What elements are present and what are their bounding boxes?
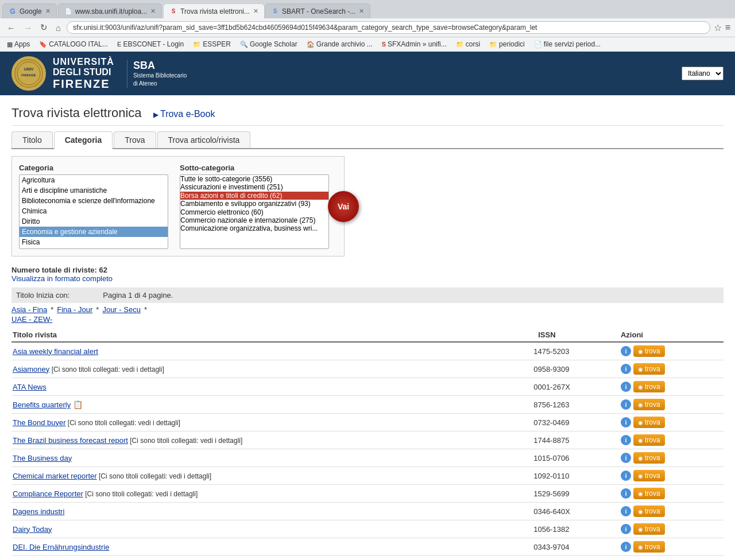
journal-link[interactable]: The Bond buyer — [13, 418, 66, 427]
cat-biblioteconomia[interactable]: Biblioteconomia e scienze dell'informazi… — [20, 196, 168, 206]
tab-close-sba[interactable]: ✕ — [150, 7, 156, 15]
tab-close-google[interactable]: ✕ — [45, 7, 51, 15]
tab-sba[interactable]: 📄 www.sba.unifi.it/uploa... ✕ — [58, 3, 162, 18]
journal-trova-button[interactable]: ◉ trova — [633, 434, 665, 446]
journal-info-button[interactable]: i — [621, 488, 631, 499]
journal-trova-button[interactable]: ◉ trova — [633, 381, 665, 392]
bookmark-sfxadmin[interactable]: S SFXAdmin » unifi... — [380, 39, 449, 49]
category-list[interactable]: Agricoltura Arti e discipline umanistich… — [19, 174, 168, 249]
tab-titolo[interactable]: Titolo — [11, 131, 53, 148]
reload-button[interactable]: ↻ — [38, 21, 50, 34]
journal-info-button[interactable]: i — [621, 399, 631, 410]
category-row: Categoria Agricoltura Arti e discipline … — [19, 164, 337, 249]
bookmark-star[interactable]: ☆ — [714, 22, 722, 33]
back-button[interactable]: ← — [5, 22, 18, 34]
home-button[interactable]: ⌂ — [53, 22, 63, 34]
page-link-3[interactable]: Jour - Secu — [102, 305, 140, 314]
language-select[interactable]: Italiano — [682, 67, 724, 80]
journal-link[interactable]: The Business day — [13, 454, 72, 462]
bookmark-catalogo-label: CATALOGO ITAL... — [49, 40, 108, 48]
tab-google[interactable]: G Google ✕ — [2, 3, 57, 18]
subcat-commercio-naz[interactable]: Commercio nazionale e internazionale (27… — [180, 216, 328, 224]
tab-sbart[interactable]: S SBART - OneSearch -... ✕ — [265, 3, 370, 18]
journal-info-button[interactable]: i — [621, 542, 631, 552]
journal-link[interactable]: ATA News — [13, 383, 47, 391]
page-link-2[interactable]: Fina - Jour — [57, 305, 92, 314]
journal-link[interactable]: DEI. Die Ernährungsindustrie — [13, 543, 109, 551]
bookmark-ebsconet[interactable]: E EBSCONET - Login — [115, 39, 186, 49]
cat-economia[interactable]: Economia e gestione aziendale — [20, 227, 168, 237]
journal-link[interactable]: Dagens industri — [13, 507, 64, 516]
journal-info-button[interactable]: i — [621, 435, 631, 445]
journal-issn: 0346-640X — [532, 503, 620, 520]
journal-trova-button[interactable]: ◉ trova — [633, 399, 665, 410]
cat-diritto[interactable]: Diritto — [20, 216, 168, 227]
journal-link[interactable]: Benefits quarterly — [13, 400, 71, 409]
cat-fisica[interactable]: Fisica — [20, 237, 168, 247]
sba-subtitle: Sistema Bibliotecariodi Ateneo — [133, 72, 187, 88]
subcat-assicurazioni[interactable]: Assicurazioni e investimenti (251) — [180, 183, 328, 191]
tab-trova[interactable]: S Trova rivista elettroni... ✕ — [163, 3, 265, 18]
journal-link[interactable]: Asiamoney — [13, 365, 49, 374]
journal-trova-button[interactable]: ◉ trova — [633, 505, 665, 517]
cat-arti[interactable]: Arti e discipline umanistiche — [20, 185, 168, 196]
journal-link[interactable]: The Brazil business forecast report — [13, 436, 128, 445]
journal-trova-button[interactable]: ◉ trova — [633, 523, 665, 535]
apps-icon: ▦ — [7, 41, 13, 48]
journal-info-button[interactable]: i — [621, 524, 631, 534]
tab-close-trova[interactable]: ✕ — [253, 7, 258, 15]
page-link-4[interactable]: UAE - ZEW- — [11, 315, 52, 324]
bookmark-apps[interactable]: ▦ Apps — [5, 39, 32, 49]
journal-link[interactable]: Chemical market reporter — [13, 472, 97, 480]
url-input[interactable] — [67, 21, 710, 34]
cat-agricoltura[interactable]: Agricoltura — [20, 175, 168, 185]
page-link-1[interactable]: Asia - Fina — [11, 305, 47, 314]
bookmark-essper[interactable]: 📁 ESSPER — [191, 39, 233, 49]
journal-trova-button[interactable]: ◉ trova — [633, 417, 665, 428]
journal-info-button[interactable]: i — [621, 346, 631, 356]
journal-action-buttons: i◉ trova — [621, 434, 722, 446]
subcategory-list[interactable]: Tutte le sotto-categorie (3556) Assicura… — [180, 174, 329, 249]
subcat-commercio-el[interactable]: Commercio elettronico (60) — [180, 208, 328, 216]
journal-link[interactable]: Compliance Reporter — [13, 489, 83, 498]
trova-ebook-link[interactable]: Trova e-Book — [153, 109, 215, 119]
journal-actions-cell: i◉ trova — [620, 538, 724, 556]
subcat-comunicazione[interactable]: Comunicazione organizzativa, business wr… — [180, 224, 328, 232]
journal-trova-button[interactable]: ◉ trova — [633, 470, 665, 481]
journal-link[interactable]: Dairy Today — [13, 525, 52, 534]
forward-button[interactable]: → — [21, 22, 34, 34]
journal-trova-button[interactable]: ◉ trova — [633, 488, 665, 499]
tab-close-sbart[interactable]: ✕ — [359, 7, 364, 15]
subcat-borsa[interactable]: Borsa azioni e titoli di credito (62) — [180, 192, 328, 200]
bookmark-file-servizi-label: file servizi period... — [544, 40, 601, 48]
bookmark-corsi[interactable]: 📁 corsi — [454, 39, 482, 49]
tab-categoria[interactable]: Categoria — [54, 131, 113, 149]
bookmark-grande[interactable]: 🏠 Grande archivio ... — [304, 39, 375, 49]
journal-trova-button[interactable]: ◉ trova — [633, 345, 665, 357]
cat-chimica[interactable]: Chimica — [20, 206, 168, 216]
bookmark-periodici[interactable]: 📁 periodici — [487, 39, 527, 49]
vai-button[interactable]: Vai — [328, 191, 359, 222]
tab-articolo-rivista[interactable]: Trova articolo/rivista — [157, 131, 251, 148]
view-full-link[interactable]: Visualizza in formato completo — [11, 274, 113, 283]
subcat-cambiamento[interactable]: Cambiamento e sviluppo organizzativi (93… — [180, 200, 328, 208]
bookmark-catalogo[interactable]: 🔖 CATALOGO ITAL... — [37, 39, 110, 49]
journal-link[interactable]: Asia weekly financial alert — [13, 347, 98, 356]
journal-trova-button[interactable]: ◉ trova — [633, 452, 665, 464]
tab-trova[interactable]: Trova — [114, 131, 156, 148]
table-row: DEI. Die Ernährungsindustrie0343-9704i◉ … — [11, 538, 724, 556]
table-row: ATA News0001-267Xi◉ trova — [11, 378, 724, 396]
journal-info-button[interactable]: i — [621, 382, 631, 392]
bookmark-sfxadmin-label: SFXAdmin » unifi... — [388, 40, 447, 48]
journal-trova-button[interactable]: ◉ trova — [633, 363, 665, 375]
bookmark-file-servizi[interactable]: 📄 file servizi period... — [532, 39, 603, 49]
subcat-tutte[interactable]: Tutte le sotto-categorie (3556) — [180, 175, 328, 183]
journal-info-button[interactable]: i — [621, 453, 631, 463]
journal-info-button[interactable]: i — [621, 470, 631, 481]
journal-info-button[interactable]: i — [621, 417, 631, 427]
bookmark-google-scholar[interactable]: 🔍 Google Scholar — [238, 39, 300, 49]
journal-trova-button[interactable]: ◉ trova — [633, 541, 665, 553]
journal-info-button[interactable]: i — [621, 364, 631, 374]
journal-info-button[interactable]: i — [621, 506, 631, 516]
chrome-menu[interactable]: ≡ — [725, 22, 730, 33]
